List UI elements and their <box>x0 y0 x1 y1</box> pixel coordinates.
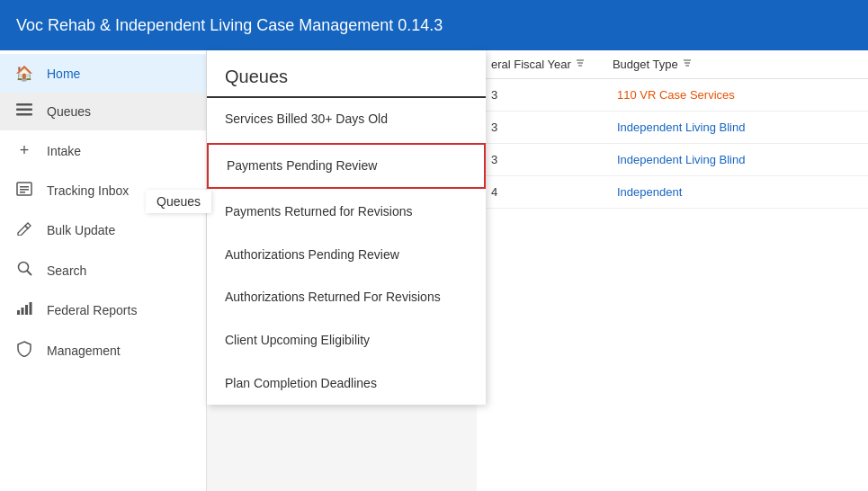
sidebar: 🏠 Home Queues + Intake <box>0 50 207 491</box>
queue-item-payments-returned[interactable]: Payments Returned for Revisions <box>207 191 486 234</box>
svg-rect-11 <box>25 305 28 315</box>
table-row: 3 Independent Living Blind <box>477 144 868 176</box>
sidebar-item-federal-reports[interactable]: Federal Reports <box>0 290 206 330</box>
sidebar-item-home[interactable]: 🏠 Home <box>0 54 206 93</box>
search-icon <box>14 261 34 280</box>
sidebar-item-queues[interactable]: Queues <box>0 93 206 130</box>
cell-ffy-1: 3 <box>491 121 608 134</box>
table-row: 4 Independent <box>477 176 868 209</box>
svg-rect-12 <box>30 302 32 315</box>
sidebar-item-intake[interactable]: + Intake <box>0 130 206 171</box>
sidebar-label-tracking: Tracking Inbox <box>47 183 129 198</box>
svg-rect-10 <box>22 308 24 315</box>
cell-budget-3: Independent <box>617 185 854 199</box>
table-row: 3 110 VR Case Services <box>477 79 868 112</box>
queues-icon <box>14 103 34 120</box>
table-columns: eral Fiscal Year Budget Type <box>477 50 868 79</box>
svg-rect-2 <box>16 113 32 116</box>
svg-rect-1 <box>16 109 32 112</box>
app-title: Voc Rehab & Independent Living Case Mana… <box>16 16 443 35</box>
sidebar-label-home: Home <box>47 67 80 81</box>
cell-ffy-3: 4 <box>491 185 608 199</box>
sidebar-item-management[interactable]: Management <box>0 330 206 371</box>
queue-item-plan-completion[interactable]: Plan Completion Deadlines <box>207 362 486 406</box>
col-ffy-filter-icon[interactable] <box>575 58 586 71</box>
svg-rect-9 <box>17 310 20 315</box>
col-ffy-label: eral Fiscal Year <box>491 58 571 71</box>
sidebar-label-queues: Queues <box>47 104 91 119</box>
col-header-ffy: eral Fiscal Year <box>491 58 586 71</box>
sidebar-label-federal-reports: Federal Reports <box>47 303 137 317</box>
sidebar-label-search: Search <box>47 263 86 278</box>
cell-ffy-0: 3 <box>491 88 608 102</box>
table-area: eral Fiscal Year Budget Type <box>477 50 868 491</box>
federal-reports-icon <box>14 301 34 319</box>
svg-rect-4 <box>20 186 29 188</box>
col-header-budget: Budget Type <box>613 58 693 71</box>
cell-budget-1: Independent Living Blind <box>617 121 854 134</box>
col-budget-label: Budget Type <box>613 58 678 71</box>
svg-rect-6 <box>20 192 25 193</box>
home-icon: 🏠 <box>14 65 34 82</box>
col-budget-filter-icon[interactable] <box>682 58 693 71</box>
sidebar-label-management: Management <box>47 344 121 358</box>
svg-rect-0 <box>16 103 32 106</box>
sidebar-item-bulk-update[interactable]: Bulk Update <box>0 210 206 250</box>
sidebar-label-intake: Intake <box>47 144 81 158</box>
queue-item-client-eligibility[interactable]: Client Upcoming Eligibility <box>207 319 486 362</box>
queues-dropdown: Queues Services Billed 30+ Days Old Paym… <box>207 50 486 405</box>
svg-point-7 <box>18 263 28 272</box>
management-icon <box>14 341 34 361</box>
tracking-icon <box>14 182 34 200</box>
sidebar-item-search[interactable]: Search <box>0 250 206 290</box>
svg-line-8 <box>27 271 31 275</box>
sidebar-label-bulk-update: Bulk Update <box>47 223 115 237</box>
main-content: eral Fiscal Year Budget Type <box>207 50 868 491</box>
table-row: 3 Independent Living Blind <box>477 112 868 144</box>
queue-item-payments-pending[interactable]: Payments Pending Review <box>207 143 486 190</box>
svg-rect-5 <box>20 189 29 191</box>
cell-ffy-2: 3 <box>491 153 608 166</box>
bulk-update-icon <box>14 221 34 239</box>
app-topbar: Voc Rehab & Independent Living Case Mana… <box>0 0 868 50</box>
queue-item-auth-pending[interactable]: Authorizations Pending Review <box>207 234 486 277</box>
queue-item-auth-returned[interactable]: Authorizations Returned For Revisions <box>207 276 486 319</box>
cell-budget-0: 110 VR Case Services <box>617 88 854 102</box>
cell-budget-2: Independent Living Blind <box>617 153 854 166</box>
queues-sidebar-overlay-label: Queues <box>146 190 211 213</box>
intake-icon: + <box>14 141 34 160</box>
queues-dropdown-title: Queues <box>207 50 486 98</box>
queue-item-services-billed[interactable]: Services Billed 30+ Days Old <box>207 98 486 141</box>
